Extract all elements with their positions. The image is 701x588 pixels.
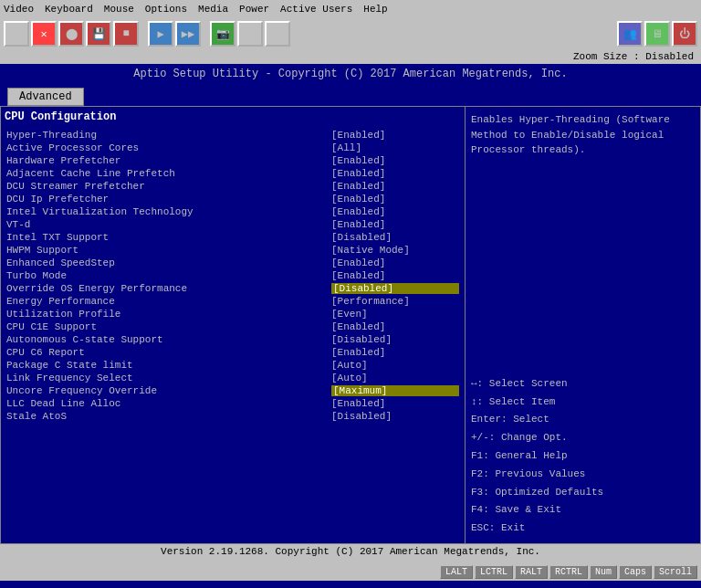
tab-advanced[interactable]: Advanced xyxy=(7,88,84,106)
value-adjacent-cache: [Enabled] xyxy=(331,168,459,179)
section-title: CPU Configuration xyxy=(5,110,461,123)
row-intel-virt[interactable]: Intel Virtualization Technology [Enabled… xyxy=(5,205,461,218)
value-hyper-threading: [Enabled] xyxy=(331,130,459,141)
value-uncore-frequency: [Maximum] xyxy=(331,385,459,396)
value-cpu-c6: [Enabled] xyxy=(331,347,459,358)
row-cpu-c1e[interactable]: CPU C1E Support [Enabled] xyxy=(5,320,461,333)
row-enhanced-speedstep[interactable]: Enhanced SpeedStep [Enabled] xyxy=(5,257,461,269)
label-vt-d: VT-d xyxy=(6,219,331,230)
keycap-scroll: Scroll xyxy=(654,565,697,579)
menu-keyboard[interactable]: Keyboard xyxy=(45,4,93,15)
value-llc-dead-line: [Enabled] xyxy=(331,398,459,409)
app-title: Aptio Setup Utility - Copyright (C) 2017… xyxy=(133,68,567,80)
value-stale-atos: [Disabled] xyxy=(331,411,459,422)
toolbar-video-btn[interactable]: ▶ xyxy=(148,21,173,47)
toolbar-stop-btn[interactable]: ■ xyxy=(113,21,139,47)
label-hyper-threading: Hyper-Threading xyxy=(6,130,331,141)
label-package-c-state: Package C State limit xyxy=(6,360,331,371)
keycap-lctrl: LCTRL xyxy=(475,565,513,579)
label-enhanced-speedstep: Enhanced SpeedStep xyxy=(6,257,331,268)
menu-power[interactable]: Power xyxy=(239,4,269,15)
label-uncore-frequency: Uncore Frequency Override xyxy=(6,385,331,396)
label-adjacent-cache: Adjacent Cache Line Prefetch xyxy=(6,168,331,179)
row-cpu-c6[interactable]: CPU C6 Report [Enabled] xyxy=(5,346,461,359)
title-bar: Aptio Setup Utility - Copyright (C) 2017… xyxy=(0,64,701,86)
row-turbo-mode[interactable]: Turbo Mode [Enabled] xyxy=(5,269,461,282)
row-active-processor-cores[interactable]: Active Processor Cores [All] xyxy=(5,142,461,154)
row-llc-dead-line[interactable]: LLC Dead Line Alloc [Enabled] xyxy=(5,397,461,410)
label-llc-dead-line: LLC Dead Line Alloc xyxy=(6,398,331,409)
zoom-value: Disabled xyxy=(645,51,694,62)
zoom-label: Zoom Size : xyxy=(573,51,640,62)
label-intel-txt: Intel TXT Support xyxy=(6,232,331,243)
toolbar-display-btn[interactable]: 🖥 xyxy=(644,21,670,47)
row-hwpm[interactable]: HWPM Support [Native Mode] xyxy=(5,244,461,257)
hint-f2-prev: F2: Previous Values xyxy=(471,466,695,484)
hint-select-item: ↕: Select Item xyxy=(471,394,695,412)
row-stale-atos[interactable]: Stale AtoS [Disabled] xyxy=(5,410,461,423)
label-stale-atos: Stale AtoS xyxy=(6,411,331,422)
hint-f3-opt: F3: Optimized Defaults xyxy=(471,484,695,502)
value-cpu-c1e: [Enabled] xyxy=(331,321,459,332)
value-utilization-profile: [Even] xyxy=(331,309,459,320)
row-energy-performance[interactable]: Energy Performance [Performance] xyxy=(5,295,461,308)
menu-active-users[interactable]: Active Users xyxy=(280,4,352,15)
row-override-os-energy[interactable]: Override OS Energy Performance [Disabled… xyxy=(5,282,461,295)
value-override-os-energy: [Disabled] xyxy=(331,283,459,294)
label-energy-performance: Energy Performance xyxy=(6,296,331,307)
row-hyper-threading[interactable]: Hyper-Threading [Enabled] xyxy=(5,129,461,142)
menu-help[interactable]: Help xyxy=(363,4,387,15)
toolbar-snap-btn[interactable]: 📷 xyxy=(210,21,235,47)
row-autonomous-cstate[interactable]: Autonomous C-state Support [Disabled] xyxy=(5,333,461,346)
menu-video[interactable]: Video xyxy=(4,4,34,15)
label-active-processor-cores: Active Processor Cores xyxy=(6,142,331,153)
keycap-caps: Caps xyxy=(619,565,652,579)
left-panel: CPU Configuration Hyper-Threading [Enabl… xyxy=(0,106,466,544)
hint-f4-save: F4: Save & Exit xyxy=(471,501,695,520)
value-dcu-ip: [Enabled] xyxy=(331,194,459,205)
row-utilization-profile[interactable]: Utilization Profile [Even] xyxy=(5,308,461,320)
label-hardware-prefetcher: Hardware Prefetcher xyxy=(6,155,331,166)
label-override-os-energy: Override OS Energy Performance xyxy=(6,283,331,294)
toolbar-shutdown-btn[interactable]: ⏻ xyxy=(672,21,697,47)
main-content: CPU Configuration Hyper-Threading [Enabl… xyxy=(0,106,701,544)
zoom-bar: Zoom Size : Disabled xyxy=(0,49,701,64)
tab-bar: Advanced xyxy=(0,86,701,106)
hint-f1-help: F1: General Help xyxy=(471,447,695,466)
row-hardware-prefetcher[interactable]: Hardware Prefetcher [Enabled] xyxy=(5,154,461,167)
value-dcu-streamer: [Enabled] xyxy=(331,181,459,192)
menu-mouse[interactable]: Mouse xyxy=(104,4,134,15)
row-adjacent-cache[interactable]: Adjacent Cache Line Prefetch [Enabled] xyxy=(5,167,461,180)
row-dcu-ip[interactable]: DCU Ip Prefetcher [Enabled] xyxy=(5,193,461,205)
row-dcu-streamer[interactable]: DCU Streamer Prefetcher [Enabled] xyxy=(5,180,461,193)
label-link-frequency: Link Frequency Select xyxy=(6,373,331,383)
row-intel-txt[interactable]: Intel TXT Support [Disabled] xyxy=(5,231,461,244)
label-utilization-profile: Utilization Profile xyxy=(6,309,331,320)
hint-enter-select: Enter: Select xyxy=(471,411,695,429)
row-package-c-state[interactable]: Package C State limit [Auto] xyxy=(5,359,461,372)
row-vt-d[interactable]: VT-d [Enabled] xyxy=(5,218,461,231)
value-package-c-state: [Auto] xyxy=(331,360,459,371)
right-panel: Enables Hyper-Threading (Software Method… xyxy=(466,106,701,544)
help-text: Enables Hyper-Threading (Software Method… xyxy=(471,112,695,158)
toolbar-pause-btn[interactable]: ⏸ xyxy=(265,21,290,47)
toolbar-users-btn[interactable]: 👥 xyxy=(617,21,643,47)
menu-options[interactable]: Options xyxy=(145,4,187,15)
toolbar-close-btn[interactable]: ✕ xyxy=(31,21,57,47)
menu-media[interactable]: Media xyxy=(198,4,228,15)
toolbar-power-btn[interactable]: ⏻ xyxy=(4,21,29,47)
hint-select-screen: ↔: Select Screen xyxy=(471,375,695,394)
toolbar-save-btn[interactable]: 💾 xyxy=(86,21,111,47)
keycap-rctrl: RCTRL xyxy=(549,565,588,579)
key-hints: ↔: Select Screen ↕: Select Item Enter: S… xyxy=(471,375,695,538)
label-dcu-ip: DCU Ip Prefetcher xyxy=(6,194,331,205)
value-intel-txt: [Disabled] xyxy=(331,232,459,243)
row-uncore-frequency[interactable]: Uncore Frequency Override [Maximum] xyxy=(5,384,461,397)
toolbar-record-btn[interactable]: ⬤ xyxy=(58,21,84,47)
row-link-frequency[interactable]: Link Frequency Select [Auto] xyxy=(5,372,461,384)
toolbar-refresh-btn[interactable]: ↻ xyxy=(237,21,263,47)
label-dcu-streamer: DCU Streamer Prefetcher xyxy=(6,181,331,192)
value-energy-performance: [Performance] xyxy=(331,296,459,307)
toolbar-play-btn[interactable]: ▶▶ xyxy=(175,21,201,47)
keycap-lalt: LALT xyxy=(440,565,473,579)
